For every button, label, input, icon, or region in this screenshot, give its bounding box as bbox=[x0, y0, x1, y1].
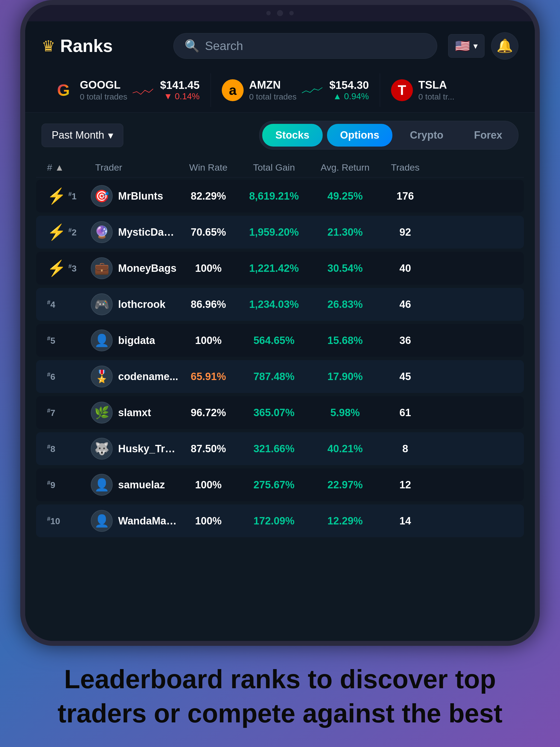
trader-cell-6: 🎖️ codename... bbox=[91, 366, 178, 387]
avatar-6: 🎖️ bbox=[91, 366, 113, 387]
winrate-8: 87.50% bbox=[178, 443, 238, 455]
rank-label-9: #9 bbox=[47, 479, 55, 490]
ticker-googl[interactable]: G GOOGL 0 total trades $141.45 ▼ 0.14% bbox=[42, 73, 211, 107]
avgreturn-4: 26.83% bbox=[309, 299, 381, 310]
googl-symbol: GOOGL bbox=[80, 79, 127, 91]
avgreturn-10: 12.29% bbox=[309, 515, 381, 527]
trader-name-9: samuelaz bbox=[118, 479, 165, 491]
table-row[interactable]: #4 🎮 lothcrook 86.96% 1,234.03% 26.83% 4… bbox=[36, 288, 524, 321]
totalgain-3: 1,221.42% bbox=[238, 262, 309, 274]
trader-name-8: Husky_Tra... bbox=[118, 443, 178, 455]
page-title: Ranks bbox=[60, 36, 113, 56]
totalgain-10: 172.09% bbox=[238, 515, 309, 527]
ticker-bar: G GOOGL 0 total trades $141.45 ▼ 0.14% bbox=[25, 68, 535, 113]
device-top-bar bbox=[25, 5, 535, 21]
trader-name-1: MrBlunts bbox=[118, 190, 163, 202]
col-avgreturn: Avg. Return bbox=[309, 162, 381, 173]
trader-cell-7: 🌿 slamxt bbox=[91, 402, 178, 423]
rank-label-7: #7 bbox=[47, 407, 55, 418]
rank-label-2: #2 bbox=[68, 227, 77, 238]
table-row[interactable]: #6 🎖️ codename... 65.91% 787.48% 17.90% … bbox=[36, 360, 524, 393]
avatar-2: 🔮 bbox=[91, 221, 113, 243]
table-row[interactable]: #5 👤 bigdata 100% 564.65% 15.68% 36 bbox=[36, 324, 524, 357]
trader-cell-3: 💼 MoneyBags bbox=[91, 257, 178, 279]
table-row[interactable]: ⚡ #1 🎯 MrBlunts 82.29% 8,619.21% 49.25% … bbox=[36, 180, 524, 212]
search-placeholder-text: Search bbox=[205, 39, 243, 53]
rank-cell-5: #5 bbox=[47, 335, 91, 346]
header-title-area: ♛ Ranks bbox=[42, 36, 162, 56]
rank-cell-8: #8 bbox=[47, 443, 91, 454]
header-right: 🇺🇸 ▾ 🔔 bbox=[448, 32, 518, 60]
search-bar[interactable]: 🔍 Search bbox=[173, 33, 437, 59]
trader-name-7: slamxt bbox=[118, 407, 151, 419]
notifications-button[interactable]: 🔔 bbox=[491, 32, 518, 60]
winrate-4: 86.96% bbox=[178, 299, 238, 310]
bottom-tagline-area: Leaderboard ranks to discover top trader… bbox=[0, 646, 560, 747]
col-rank: # ▲ bbox=[47, 162, 91, 173]
googl-letter: G bbox=[57, 81, 70, 100]
table-row[interactable]: ⚡ #2 🔮 MysticDayT... 70.65% 1,959.20% 21… bbox=[36, 216, 524, 249]
table-row[interactable]: ⚡ #3 💼 MoneyBags 100% 1,221.42% 30.54% 4… bbox=[36, 252, 524, 285]
trades-3: 40 bbox=[381, 262, 430, 274]
trader-name-10: WandaMax... bbox=[118, 515, 178, 527]
country-selector[interactable]: 🇺🇸 ▾ bbox=[448, 34, 485, 58]
table-row[interactable]: #10 👤 WandaMax... 100% 172.09% 12.29% 14 bbox=[36, 505, 524, 537]
trader-name-6: codename... bbox=[118, 371, 178, 383]
trader-cell-10: 👤 WandaMax... bbox=[91, 510, 178, 532]
period-chevron: ▾ bbox=[108, 129, 113, 141]
rank-cell-9: #9 bbox=[47, 479, 91, 490]
winrate-6: 65.91% bbox=[178, 371, 238, 383]
avgreturn-6: 17.90% bbox=[309, 371, 381, 383]
avatar-3: 💼 bbox=[91, 257, 113, 279]
table-row[interactable]: #7 🌿 slamxt 96.72% 365.07% 5.98% 61 bbox=[36, 396, 524, 429]
tagline-text: Leaderboard ranks to discover top trader… bbox=[27, 662, 533, 730]
winrate-9: 100% bbox=[178, 479, 238, 491]
trader-name-2: MysticDayT... bbox=[118, 226, 178, 238]
category-tabs: Stocks Options Crypto Forex bbox=[259, 121, 518, 150]
col-winrate: Win Rate bbox=[178, 162, 238, 173]
winrate-2: 70.65% bbox=[178, 226, 238, 238]
amzn-trades: 0 total trades bbox=[249, 92, 297, 101]
amzn-price: $154.30 bbox=[329, 79, 369, 91]
trader-cell-4: 🎮 lothcrook bbox=[91, 293, 178, 315]
totalgain-8: 321.66% bbox=[238, 443, 309, 455]
bell-icon: 🔔 bbox=[497, 38, 513, 54]
tab-crypto[interactable]: Crypto bbox=[397, 124, 456, 147]
googl-info: GOOGL 0 total trades bbox=[80, 79, 127, 101]
trades-5: 36 bbox=[381, 335, 430, 346]
device-dot-1 bbox=[266, 11, 271, 15]
avatar-9: 👤 bbox=[91, 474, 113, 496]
googl-trades: 0 total trades bbox=[80, 92, 127, 101]
avgreturn-1: 49.25% bbox=[309, 190, 381, 202]
ticker-amzn[interactable]: a AMZN 0 total trades $154.30 ▲ 0.94% bbox=[211, 73, 380, 107]
table-row[interactable]: #9 👤 samuelaz 100% 275.67% 22.97% 12 bbox=[36, 468, 524, 501]
trader-name-3: MoneyBags bbox=[118, 262, 176, 274]
rank-cell-1: ⚡ #1 bbox=[47, 187, 91, 205]
avgreturn-5: 15.68% bbox=[309, 335, 381, 346]
table-row[interactable]: #8 🐺 Husky_Tra... 87.50% 321.66% 40.21% … bbox=[36, 432, 524, 465]
trades-1: 176 bbox=[381, 190, 430, 202]
trader-cell-1: 🎯 MrBlunts bbox=[91, 185, 178, 207]
rank-cell-10: #10 bbox=[47, 515, 91, 526]
ticker-tsla[interactable]: T TSLA 0 total tr... bbox=[380, 73, 495, 107]
trades-8: 8 bbox=[381, 443, 430, 455]
rank-label-4: #4 bbox=[47, 299, 55, 310]
table-header: # ▲ Trader Win Rate Total Gain Avg. Retu… bbox=[36, 158, 524, 177]
totalgain-9: 275.67% bbox=[238, 479, 309, 491]
totalgain-7: 365.07% bbox=[238, 407, 309, 419]
avgreturn-7: 5.98% bbox=[309, 407, 381, 419]
rank-cell-4: #4 bbox=[47, 299, 91, 310]
winrate-3: 100% bbox=[178, 262, 238, 274]
period-selector[interactable]: Past Month ▾ bbox=[42, 124, 123, 147]
trades-9: 12 bbox=[381, 479, 430, 491]
trades-10: 14 bbox=[381, 515, 430, 527]
rank-label-5: #5 bbox=[47, 335, 55, 346]
googl-price: $141.45 bbox=[160, 79, 200, 91]
screen-content: ♛ Ranks 🔍 Search 🇺🇸 ▾ 🔔 bbox=[25, 21, 535, 641]
tsla-trades: 0 total tr... bbox=[418, 92, 455, 101]
avatar-10: 👤 bbox=[91, 510, 113, 532]
tab-stocks[interactable]: Stocks bbox=[262, 124, 323, 147]
trader-name-5: bigdata bbox=[118, 335, 155, 346]
tab-options[interactable]: Options bbox=[327, 124, 393, 147]
tab-forex[interactable]: Forex bbox=[461, 124, 515, 147]
